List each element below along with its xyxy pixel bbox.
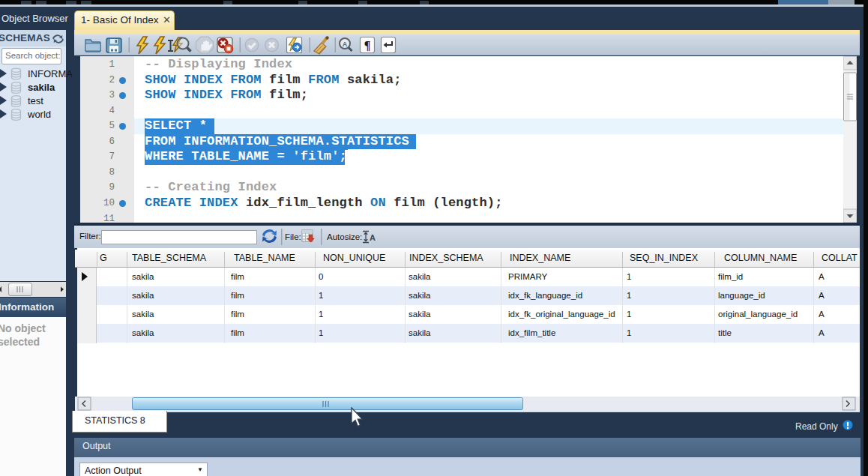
svg-text:A: A xyxy=(343,40,348,48)
svg-text:File:: File: xyxy=(285,232,301,241)
svg-text:Autosize:: Autosize: xyxy=(327,232,362,241)
svg-text:¶: ¶ xyxy=(364,39,371,52)
svg-text:A: A xyxy=(370,233,376,242)
